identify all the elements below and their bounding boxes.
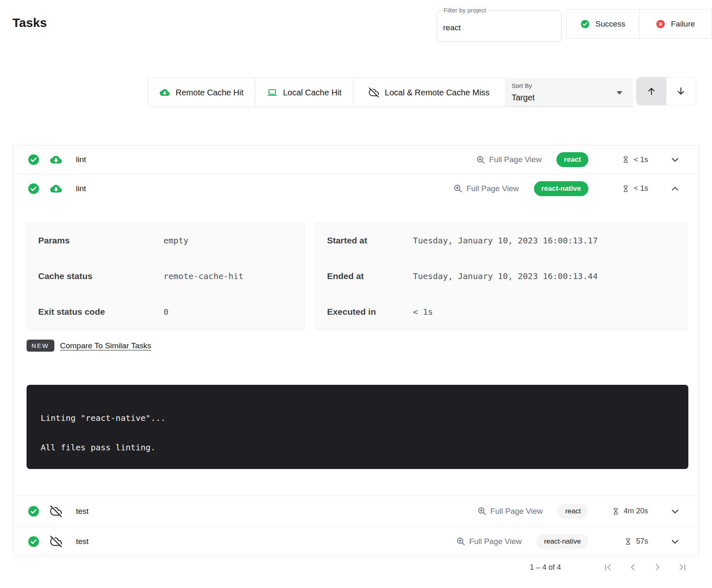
zoom-in-icon (477, 506, 487, 516)
hourglass-icon (622, 156, 630, 164)
terminal-line: All files pass linting. (41, 442, 688, 452)
laptop-icon (267, 87, 277, 97)
last-page-icon[interactable] (677, 562, 688, 573)
full-page-view-link[interactable]: Full Page View (453, 184, 519, 193)
task-timing-panel: Started at Tuesday, January 10, 2023 16:… (315, 223, 688, 330)
success-check-icon (28, 154, 39, 165)
terminal-output: Linting "react-native"... All files pass… (27, 385, 688, 469)
success-check-icon (28, 536, 39, 547)
hourglass-icon (622, 185, 630, 193)
task-duration: 57s (603, 537, 648, 546)
success-check-icon (28, 183, 39, 194)
new-badge: NEW (27, 340, 54, 352)
failure-filter-button[interactable]: Failure (639, 10, 712, 38)
local-cache-hit-filter[interactable]: Local Cache Hit (255, 78, 353, 107)
chevron-down-icon[interactable] (670, 506, 680, 517)
params-value: empty (163, 236, 293, 245)
local-cache-hit-label: Local Cache Hit (283, 88, 341, 97)
task-list-card: lint Full Page View react < 1s (13, 145, 699, 556)
project-badge: react-native (536, 534, 588, 549)
params-label: Params (38, 236, 163, 245)
cache-miss-label: Local & Remote Cache Miss (385, 88, 489, 97)
cache-status-value: remote-cache-hit (163, 271, 293, 281)
status-filter-group: Success Failure (566, 9, 712, 39)
duration-label: 4m 20s (624, 507, 648, 515)
cloud-download-icon (50, 183, 62, 194)
remote-cache-hit-filter[interactable]: Remote Cache Hit (148, 78, 255, 107)
remote-cache-hit-label: Remote Cache Hit (176, 88, 243, 97)
failure-x-icon (656, 19, 665, 29)
duration-label: < 1s (634, 156, 648, 164)
terminal-line: Linting "react-native"... (41, 413, 688, 423)
previous-page-icon[interactable] (627, 562, 638, 573)
chevron-down-icon[interactable] (670, 154, 680, 165)
task-params-panel: Params empty Cache status remote-cache-h… (27, 223, 305, 330)
success-check-icon (580, 19, 590, 29)
chevron-down-icon[interactable] (670, 536, 680, 547)
task-target-label: lint (76, 184, 86, 193)
cloud-download-icon (160, 87, 170, 97)
project-filter-input[interactable] (443, 23, 551, 32)
sort-ascending-button[interactable] (636, 78, 666, 105)
full-page-view-link[interactable]: Full Page View (456, 537, 522, 546)
project-filter-field[interactable]: Filter by project (437, 10, 561, 42)
task-row-lint-react-native[interactable]: lint Full Page View react-native < 1s (13, 174, 699, 203)
chevron-up-icon[interactable] (670, 183, 680, 194)
duration-label: < 1s (634, 184, 648, 193)
duration-label: 57s (636, 537, 648, 546)
sort-by-label: Sort By (512, 82, 532, 89)
cloud-off-icon (369, 87, 379, 97)
cache-miss-filter[interactable]: Local & Remote Cache Miss (353, 78, 505, 107)
full-page-view-label: Full Page View (489, 155, 541, 164)
cloud-off-icon (50, 505, 62, 517)
ended-at-label: Ended at (327, 271, 413, 281)
executed-in-value: < 1s (413, 307, 676, 317)
task-row-test-react-native[interactable]: test Full Page View react-native 57s (13, 527, 699, 556)
success-filter-button[interactable]: Success (567, 10, 639, 38)
task-row-test-react[interactable]: test Full Page View react 4m 20s (13, 496, 699, 527)
success-filter-label: Success (595, 19, 625, 29)
project-filter-label: Filter by project (441, 7, 488, 14)
first-page-icon[interactable] (602, 562, 613, 573)
project-badge: react (556, 152, 588, 167)
pagination: 1 – 4 of 4 (530, 558, 688, 576)
cloud-off-icon (50, 536, 62, 547)
task-row-lint-react[interactable]: lint Full Page View react < 1s (13, 146, 699, 174)
started-at-label: Started at (327, 236, 413, 245)
sort-by-select[interactable]: Sort By Target (505, 78, 633, 107)
full-page-view-label: Full Page View (469, 537, 522, 546)
zoom-in-icon (456, 537, 466, 546)
cache-filter-group: Remote Cache Hit Local Cache Hit Local &… (148, 78, 505, 107)
dropdown-caret-icon (614, 90, 624, 96)
zoom-in-icon (476, 155, 485, 165)
task-target-label: test (76, 537, 89, 546)
full-page-view-link[interactable]: Full Page View (477, 506, 543, 516)
cloud-download-icon (50, 154, 62, 165)
task-duration: < 1s (603, 156, 648, 164)
success-check-icon (28, 505, 39, 517)
page-title: Tasks (12, 16, 47, 30)
arrow-down-icon (676, 86, 686, 96)
sort-descending-button[interactable] (666, 78, 696, 105)
cache-status-label: Cache status (38, 271, 163, 281)
ended-at-value: Tuesday, January 10, 2023 16:00:13.44 (413, 271, 676, 281)
task-details-section: Params empty Cache status remote-cache-h… (13, 203, 699, 496)
hourglass-icon (624, 537, 632, 546)
full-page-view-label: Full Page View (466, 184, 519, 193)
task-duration: < 1s (603, 184, 648, 193)
compare-to-similar-tasks-link[interactable]: Compare To Similar Tasks (60, 341, 151, 350)
sort-by-value: Target (512, 93, 535, 102)
sort-direction-group (636, 77, 696, 105)
next-page-icon[interactable] (652, 562, 663, 573)
full-page-view-link[interactable]: Full Page View (476, 155, 541, 165)
project-badge: react (558, 504, 588, 519)
project-badge: react-native (534, 181, 588, 196)
pagination-range-label: 1 – 4 of 4 (530, 563, 561, 572)
task-target-label: test (76, 507, 89, 516)
failure-filter-label: Failure (671, 19, 695, 29)
task-target-label: lint (76, 155, 86, 164)
task-duration: 4m 20s (603, 507, 648, 515)
full-page-view-label: Full Page View (490, 507, 543, 516)
executed-in-label: Executed in (327, 307, 413, 317)
exit-status-code-value: 0 (163, 307, 293, 317)
